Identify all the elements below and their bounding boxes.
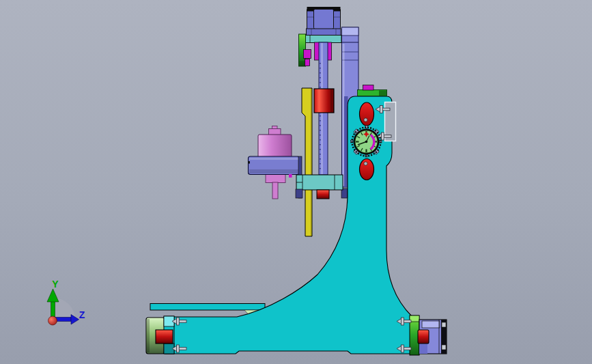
left-roller-edge-shade <box>147 319 150 352</box>
pink-spindle-motor[interactable] <box>249 126 302 199</box>
left-foot-red-hub[interactable] <box>156 330 173 344</box>
bracket-inner-panel <box>314 10 334 29</box>
dial-pivot <box>365 141 368 143</box>
green-clamp-foot <box>300 61 305 66</box>
3d-model-canvas[interactable]: Y Z <box>0 0 592 364</box>
oval-knob-upper[interactable] <box>360 102 374 126</box>
red-clamp-cylinder[interactable] <box>314 89 334 113</box>
oval-knob-upper-pin <box>364 118 367 122</box>
arm-navy-foot <box>296 189 302 198</box>
bracket-cyan-rail <box>300 36 342 43</box>
z-axis-arrowhead <box>71 315 79 325</box>
oval-knob-lower-pin <box>364 162 367 165</box>
magenta-stop-lower <box>305 59 310 66</box>
spindle-lower-hub <box>266 174 285 183</box>
arm-magenta-tab <box>289 174 292 178</box>
y-axis-arrowhead <box>47 289 59 302</box>
spindle-top-knob <box>269 129 281 135</box>
z-axis-label: Z <box>79 309 85 320</box>
end-cap-notch-lower <box>442 345 446 350</box>
arm-body <box>296 175 343 190</box>
y-axis-label: Y <box>52 279 59 290</box>
right-foot-red-hub[interactable] <box>418 330 429 344</box>
flange-left-notch <box>249 161 251 164</box>
anvil-bar-plate <box>150 304 265 311</box>
cross-arm[interactable] <box>289 174 343 199</box>
magenta-stop-upper <box>304 50 311 59</box>
x-axis-origin-dot <box>48 316 57 325</box>
arm-red-block <box>317 190 329 199</box>
flange-top-highlight <box>249 158 298 160</box>
flange-bottom-shade <box>249 169 298 173</box>
cad-3d-viewport[interactable]: Y Z <box>0 0 592 364</box>
head-green-strip-end <box>379 91 386 96</box>
guide-column-top-ring <box>342 27 359 36</box>
anvil-bar[interactable] <box>150 304 265 315</box>
yellow-slide-plate[interactable] <box>302 88 312 236</box>
spindle-body <box>258 135 292 158</box>
spindle-stem <box>272 182 278 199</box>
end-cap-notch-upper <box>442 322 446 327</box>
bearing-block-top-panel <box>422 321 440 328</box>
dial-indicator[interactable] <box>351 126 382 157</box>
orientation-triad: Y Z <box>47 279 85 325</box>
top-motor-bracket[interactable] <box>300 7 342 43</box>
head-magenta-block[interactable] <box>363 85 374 91</box>
